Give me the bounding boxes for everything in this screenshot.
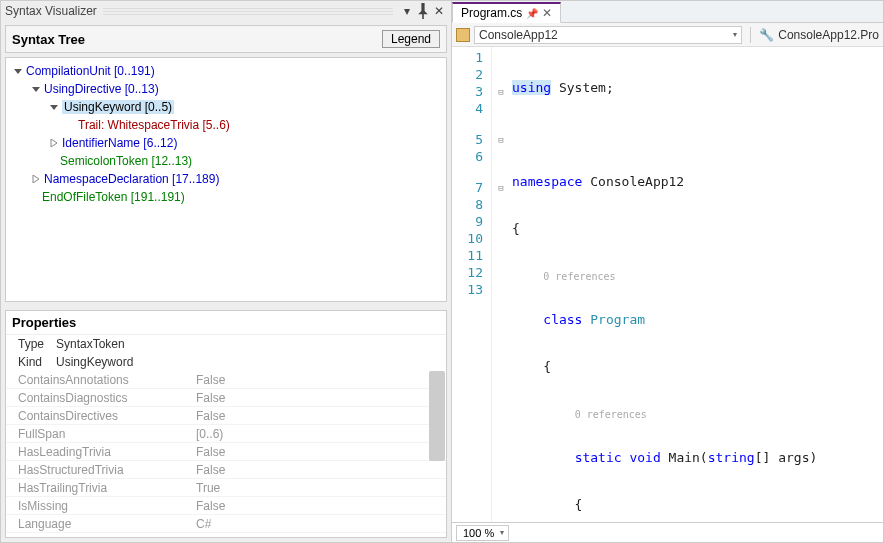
syntax-tree-label: Syntax Tree <box>12 32 382 47</box>
properties-panel: Properties Type SyntaxToken Kind UsingKe… <box>5 310 447 538</box>
property-value: False <box>196 373 446 387</box>
property-name: IsMissing <box>6 499 196 513</box>
code-token: System; <box>551 80 614 95</box>
syntax-visualizer-panel: Syntax Visualizer ▾ ✕ Syntax Tree Legend… <box>0 0 452 543</box>
prop-type-label: Type <box>6 337 56 351</box>
code-token: ConsoleApp12 <box>582 174 684 189</box>
tree-node[interactable]: CompilationUnit [0..191) <box>26 64 155 78</box>
dropdown-icon[interactable]: ▾ <box>399 3 415 19</box>
editor-statusbar: 100 % ▾ <box>452 522 883 542</box>
titlebar-grip <box>103 7 393 15</box>
expander-icon[interactable] <box>48 101 60 113</box>
prop-type-row: Type SyntaxToken <box>6 335 446 353</box>
property-value: False <box>196 499 446 513</box>
wrench-icon: 🔧 <box>759 28 774 42</box>
zoom-value: 100 % <box>463 527 494 539</box>
combo-text: ConsoleApp12 <box>479 28 558 42</box>
panel-title-text: Syntax Visualizer <box>5 4 97 18</box>
property-value: False <box>196 463 446 477</box>
editor-panel: Program.cs 📌 ✕ ConsoleApp12 ▾ 🔧 ConsoleA… <box>452 0 884 543</box>
properties-header: Properties <box>6 311 446 335</box>
close-icon[interactable]: ✕ <box>431 3 447 19</box>
expander-icon[interactable] <box>30 83 42 95</box>
code-token: string <box>708 450 755 465</box>
pin-icon[interactable]: 📌 <box>526 8 538 19</box>
property-name: ContainsDiagnostics <box>6 391 196 405</box>
code-token: static <box>575 450 630 465</box>
property-name: ContainsDirectives <box>6 409 196 423</box>
panel-titlebar: Syntax Visualizer ▾ ✕ <box>1 1 451 21</box>
chevron-down-icon: ▾ <box>733 30 737 39</box>
line-gutter: 12345678910111213 <box>452 47 492 522</box>
property-value: True <box>196 481 446 495</box>
property-value: False <box>196 445 446 459</box>
legend-button[interactable]: Legend <box>382 30 440 48</box>
divider <box>750 27 751 43</box>
property-name: ContainsAnnotations <box>6 373 196 387</box>
syntax-tree[interactable]: CompilationUnit [0..191) UsingDirective … <box>5 57 447 302</box>
property-row[interactable]: FullSpan[0..6) <box>6 425 446 443</box>
property-value: [0..6) <box>196 427 446 441</box>
code-token: Program <box>590 312 645 327</box>
scrollbar-thumb[interactable] <box>429 371 445 461</box>
code-token: [] args) <box>755 450 818 465</box>
fold-column[interactable]: ⊟⊟⊟ <box>492 47 510 522</box>
namespace-combo[interactable]: ConsoleApp12.Pro <box>778 28 879 42</box>
property-row[interactable]: HasStructuredTriviaFalse <box>6 461 446 479</box>
property-name: Language <box>6 517 196 531</box>
property-row[interactable]: HasLeadingTriviaFalse <box>6 443 446 461</box>
code-editor[interactable]: 12345678910111213 ⊟⊟⊟ using System; name… <box>452 47 883 522</box>
code-token: { <box>512 358 883 375</box>
properties-grid[interactable]: ContainsAnnotationsFalseContainsDiagnost… <box>6 371 446 537</box>
code-token: Main( <box>669 450 708 465</box>
property-name: HasTrailingTrivia <box>6 481 196 495</box>
pin-icon[interactable] <box>415 3 431 19</box>
tree-node[interactable]: NamespaceDeclaration [17..189) <box>44 172 219 186</box>
property-row[interactable]: HasTrailingTriviaTrue <box>6 479 446 497</box>
tree-node-selected[interactable]: UsingKeyword [0..5) <box>62 100 174 114</box>
zoom-combo[interactable]: 100 % ▾ <box>456 525 509 541</box>
property-row[interactable]: LanguageC# <box>6 515 446 533</box>
property-name: HasStructuredTrivia <box>6 463 196 477</box>
property-value: False <box>196 409 446 423</box>
chevron-down-icon: ▾ <box>500 528 504 537</box>
property-row[interactable]: IsMissingFalse <box>6 497 446 515</box>
prop-type-value: SyntaxToken <box>56 337 125 351</box>
prop-kind-row: Kind UsingKeyword <box>6 353 446 371</box>
code-token: { <box>512 220 883 237</box>
property-value: False <box>196 391 446 405</box>
code-token: namespace <box>512 174 582 189</box>
syntax-tree-header: Syntax Tree Legend <box>5 25 447 53</box>
codelens[interactable]: 0 references <box>575 409 647 420</box>
tree-node[interactable]: Trail: WhitespaceTrivia [5..6) <box>78 118 230 132</box>
codelens[interactable]: 0 references <box>543 271 615 282</box>
close-icon[interactable]: ✕ <box>542 6 552 20</box>
code-token: void <box>629 450 668 465</box>
code-token: using <box>512 80 551 95</box>
tree-node[interactable]: EndOfFileToken [191..191) <box>42 190 185 204</box>
csharp-file-icon <box>456 28 470 42</box>
tab-label: Program.cs <box>461 6 522 20</box>
property-row[interactable]: ContainsDirectivesFalse <box>6 407 446 425</box>
property-row[interactable]: ContainsDiagnosticsFalse <box>6 389 446 407</box>
expander-icon[interactable] <box>48 137 60 149</box>
property-name: HasLeadingTrivia <box>6 445 196 459</box>
expander-icon[interactable] <box>30 173 42 185</box>
code-content[interactable]: using System; namespace ConsoleApp12 { 0… <box>510 47 883 522</box>
property-value: C# <box>196 517 446 531</box>
editor-toolbar: ConsoleApp12 ▾ 🔧 ConsoleApp12.Pro <box>452 23 883 47</box>
code-token: { <box>512 496 883 513</box>
tab-program-cs[interactable]: Program.cs 📌 ✕ <box>452 2 561 23</box>
tree-node[interactable]: IdentifierName [6..12) <box>62 136 177 150</box>
property-row[interactable]: ContainsAnnotationsFalse <box>6 371 446 389</box>
tree-node[interactable]: UsingDirective [0..13) <box>44 82 159 96</box>
code-token: class <box>543 312 590 327</box>
project-combo[interactable]: ConsoleApp12 ▾ <box>474 26 742 44</box>
tree-node[interactable]: SemicolonToken [12..13) <box>60 154 192 168</box>
property-name: FullSpan <box>6 427 196 441</box>
prop-kind-label: Kind <box>6 355 56 369</box>
prop-kind-value: UsingKeyword <box>56 355 133 369</box>
editor-tabs: Program.cs 📌 ✕ <box>452 1 883 23</box>
expander-icon[interactable] <box>12 65 24 77</box>
